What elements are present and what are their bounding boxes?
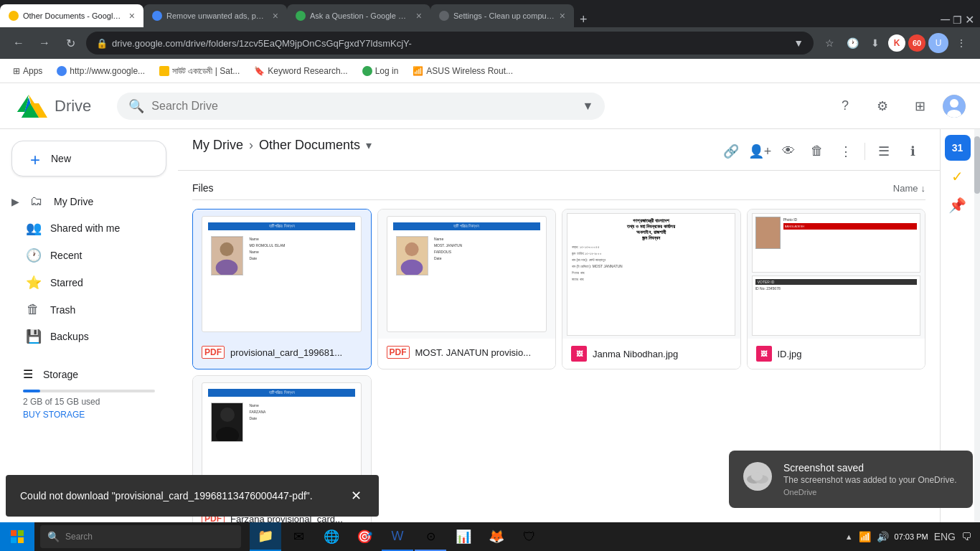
files-header: Files Name ↓ bbox=[192, 182, 925, 200]
svg-point-17 bbox=[216, 260, 238, 276]
tab-4[interactable]: Settings - Clean up computer × bbox=[430, 4, 574, 27]
browser-actions: ☆ 🕐 ⬇ K 60 U ⋮ bbox=[819, 33, 971, 53]
sidebar-item-recent[interactable]: 🕐 Recent bbox=[0, 242, 172, 269]
buy-storage-button[interactable]: BUY STORAGE bbox=[23, 410, 155, 420]
sort-button[interactable]: Name ↓ bbox=[893, 183, 925, 194]
tab-1-close[interactable]: × bbox=[129, 10, 135, 22]
download-icon[interactable]: ⬇ bbox=[865, 33, 885, 53]
address-dropdown-icon[interactable]: ▼ bbox=[793, 37, 804, 49]
my-drive-label: My Drive bbox=[54, 196, 93, 207]
taskbar-search-label: Search bbox=[65, 532, 93, 542]
taskbar-word[interactable]: W bbox=[382, 522, 413, 551]
folder-dropdown-icon[interactable]: ▾ bbox=[366, 138, 372, 152]
file-card-1[interactable]: হাটি পরিচয় নিবন্ধন bbox=[192, 209, 372, 369]
volume-icon[interactable]: 🔊 bbox=[877, 531, 889, 542]
file-card-3[interactable]: গণপ্রজাতন্ত্রী বাংলাদেশতথ্য ও মহা নিবন্ধ… bbox=[562, 209, 741, 369]
pdf-icon-2: PDF bbox=[387, 346, 410, 359]
bookmark-apps[interactable]: ⊞ Apps bbox=[7, 64, 48, 78]
taskbar-app-9[interactable]: 🛡 bbox=[514, 522, 545, 551]
more-actions-button[interactable]: ⋮ bbox=[833, 138, 859, 164]
file-card-4[interactable]: Photo ID BANGLADESH VOTER ID ID No: 2345… bbox=[747, 209, 926, 369]
tasks-panel-button[interactable]: ✓ bbox=[945, 164, 971, 189]
bookmark-keyword[interactable]: 🔖 Keyword Research... bbox=[248, 64, 353, 78]
tab-3[interactable]: Ask a Question - Google Drive H... × bbox=[287, 4, 430, 27]
calendar-panel-button[interactable]: 31 bbox=[945, 135, 971, 161]
taskbar-clock[interactable]: 07:03 PM bbox=[895, 532, 928, 541]
taskbar-search[interactable]: 🔍 Search bbox=[40, 525, 241, 548]
file-card-2[interactable]: হাটি পরিচয় নিবন্ধন bbox=[377, 209, 557, 369]
help-button[interactable]: ? bbox=[831, 92, 859, 121]
sidebar-item-my-drive[interactable]: ▶ 🗂 My Drive bbox=[0, 188, 172, 215]
svg-point-13 bbox=[950, 99, 958, 108]
notification-icon[interactable]: 🗨 bbox=[961, 531, 971, 542]
storage-used-text: 2 GB of 15 GB used bbox=[23, 397, 155, 407]
tab-4-close[interactable]: × bbox=[560, 10, 565, 22]
list-view-button[interactable]: ☰ bbox=[871, 138, 897, 164]
address-input[interactable]: 🔒 drive.google.com/drive/folders/1zcv5Ea… bbox=[86, 32, 814, 55]
start-button[interactable] bbox=[0, 522, 34, 551]
svg-rect-29 bbox=[11, 537, 17, 543]
breadcrumb-parent[interactable]: My Drive bbox=[192, 138, 243, 153]
search-input[interactable] bbox=[151, 100, 575, 113]
taskbar-apps: 📁 ✉ 🌐 🎯 W ⊙ 📊 🦊 🛡 bbox=[247, 522, 548, 551]
keep-panel-button[interactable]: 📌 bbox=[945, 192, 971, 218]
network-icon[interactable]: 📶 bbox=[859, 531, 871, 542]
my-drive-icon: 🗂 bbox=[29, 194, 44, 209]
drive-header: Drive 🔍 ▼ ? ⚙ ⊞ bbox=[0, 83, 980, 129]
forward-button[interactable]: → bbox=[34, 33, 55, 53]
sidebar-item-shared[interactable]: 👥 Shared with me bbox=[0, 215, 172, 242]
svg-point-19 bbox=[405, 242, 418, 256]
taskbar-firefox[interactable]: 🦊 bbox=[481, 522, 512, 551]
user-avatar[interactable]: U bbox=[928, 33, 948, 53]
get-link-button[interactable]: 🔗 bbox=[718, 138, 744, 164]
refresh-button[interactable]: ↻ bbox=[60, 33, 80, 53]
taskbar-app-7[interactable]: 📊 bbox=[448, 522, 479, 551]
drive-logo: Drive bbox=[14, 92, 91, 121]
user-profile-button[interactable] bbox=[943, 95, 966, 118]
bookmarks-icon[interactable]: ☆ bbox=[819, 33, 839, 53]
back-button[interactable]: ← bbox=[9, 33, 29, 53]
user-60-badge[interactable]: 60 bbox=[908, 34, 925, 52]
preview-button[interactable]: 👁 bbox=[776, 138, 801, 164]
history-icon[interactable]: 🕐 bbox=[842, 33, 862, 53]
download-error-close-button[interactable]: ✕ bbox=[348, 485, 364, 507]
settings-button[interactable]: ⚙ bbox=[868, 92, 897, 121]
more-options-icon[interactable]: ⋮ bbox=[951, 33, 971, 53]
scrollbar-track[interactable] bbox=[974, 129, 980, 522]
info-button[interactable]: ℹ bbox=[900, 138, 925, 164]
expand-arrow-icon: ▶ bbox=[11, 196, 19, 207]
new-button[interactable]: + New bbox=[11, 141, 166, 176]
taskbar-edge[interactable]: 🌐 bbox=[316, 522, 347, 551]
taskbar-app-4[interactable]: 🎯 bbox=[349, 522, 380, 551]
close-window-button[interactable]: ✕ bbox=[965, 13, 974, 27]
bookmark-google[interactable]: http://www.google... bbox=[51, 64, 151, 78]
sidebar-item-backups[interactable]: 💾 Backups bbox=[0, 323, 172, 350]
maximize-button[interactable]: ❐ bbox=[953, 14, 962, 26]
apps-grid-button[interactable]: ⊞ bbox=[905, 92, 934, 121]
file-preview-2: হাটি পরিচয় নিবন্ধন bbox=[378, 209, 556, 339]
taskbar-mail[interactable]: ✉ bbox=[283, 522, 314, 551]
scrollbar-thumb[interactable] bbox=[974, 136, 980, 194]
taskbar-chrome[interactable]: ⊙ bbox=[415, 522, 446, 551]
bookmark-sat[interactable]: সাউট একাডেমী | Sat... bbox=[154, 64, 245, 78]
search-bar[interactable]: 🔍 ▼ bbox=[117, 93, 605, 120]
search-dropdown-icon[interactable]: ▼ bbox=[583, 100, 594, 113]
tab-3-close[interactable]: × bbox=[416, 10, 422, 22]
minimize-button[interactable]: ─ bbox=[941, 12, 950, 27]
tab-2[interactable]: Remove unwanted ads, pop-ups... × bbox=[143, 4, 287, 27]
taskbar: 🔍 Search 📁 ✉ 🌐 🎯 W ⊙ 📊 🦊 🛡 ▲ bbox=[0, 522, 980, 551]
add-person-button[interactable]: 👤+ bbox=[747, 138, 773, 164]
bookmark-login[interactable]: Log in bbox=[357, 64, 405, 78]
taskbar-file-explorer[interactable]: 📁 bbox=[250, 522, 281, 551]
taskbar-language[interactable]: ENG bbox=[934, 531, 956, 542]
sidebar-item-starred[interactable]: ⭐ Starred bbox=[0, 269, 172, 296]
taskbar-expand-icon[interactable]: ▲ bbox=[845, 532, 853, 541]
sidebar-item-storage[interactable]: ☰ Storage bbox=[11, 362, 161, 387]
tab-1[interactable]: Other Documents - Google Drive × bbox=[0, 4, 143, 27]
delete-button[interactable]: 🗑 bbox=[804, 138, 830, 164]
new-tab-button[interactable]: + bbox=[574, 12, 593, 27]
sidebar-item-trash[interactable]: 🗑 Trash bbox=[0, 296, 172, 323]
tab-2-close[interactable]: × bbox=[273, 10, 278, 22]
user-k-badge[interactable]: K bbox=[888, 34, 905, 52]
bookmark-asus[interactable]: 📶 ASUS Wireless Rout... bbox=[407, 64, 519, 78]
